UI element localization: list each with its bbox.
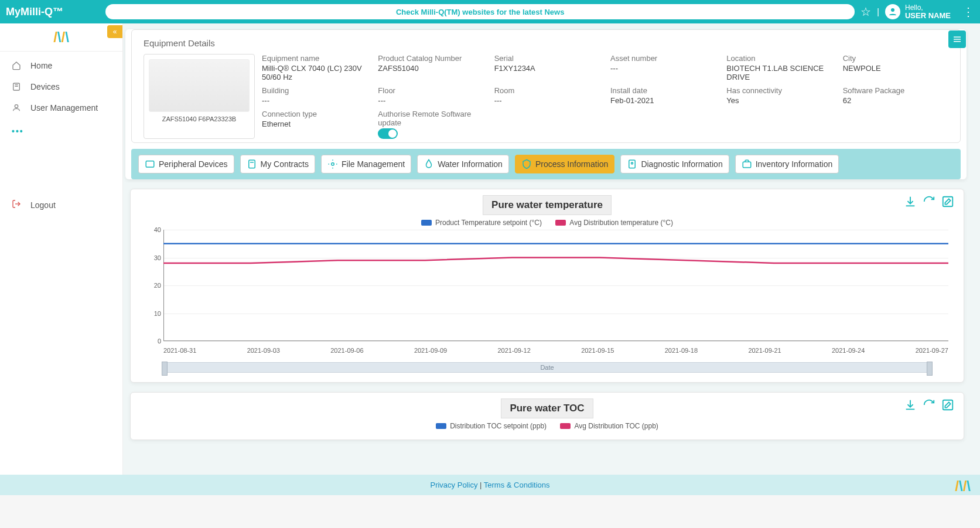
user-icon xyxy=(12,103,21,113)
svg-point-12 xyxy=(332,163,334,166)
field-catalog: Product Catalog NumberZAFS51040 xyxy=(378,54,483,81)
nav-devices[interactable]: Devices xyxy=(0,76,122,97)
equipment-card: Equipment Details ZAFS51040 F6PA23323B E… xyxy=(125,29,967,179)
tab-diagnostic-information[interactable]: Diagnostic Information xyxy=(620,155,729,173)
edit-icon[interactable] xyxy=(941,398,954,414)
footer-logo: /\/\ xyxy=(955,478,971,495)
download-icon[interactable] xyxy=(904,195,917,211)
chart-title: Pure water temperature xyxy=(483,195,612,215)
chart-legend: Distribution TOC setpoint (ppb) Avg Dist… xyxy=(140,422,954,431)
tab-process-information[interactable]: Process Information xyxy=(515,155,615,173)
field-equipment-name: Equipment nameMilli-Q® CLX 7040 (LC) 230… xyxy=(262,54,367,81)
nav-home[interactable]: Home xyxy=(0,55,122,76)
tab-inventory-information[interactable]: Inventory Information xyxy=(735,155,839,173)
svg-rect-15 xyxy=(743,162,751,168)
overflow-menu-icon[interactable]: ⋮ xyxy=(962,5,974,19)
logout-icon xyxy=(12,199,21,210)
hello-label: Hello, xyxy=(905,4,951,12)
tab-peripheral-devices[interactable]: Peripheral Devices xyxy=(138,155,234,173)
svg-point-14 xyxy=(631,162,633,164)
privacy-link[interactable]: Privacy Policy xyxy=(430,481,477,489)
field-location: LocationBIOTECH T1.LAB SCIENCE DRIVE xyxy=(726,54,832,81)
favorite-icon[interactable]: ☆ xyxy=(861,5,871,19)
separator: | xyxy=(877,7,879,16)
equipment-image-caption: ZAFS51040 F6PA23323B xyxy=(149,115,250,122)
devices-icon xyxy=(12,82,21,91)
nav-user-management[interactable]: User Management xyxy=(0,97,122,118)
sidebar-collapse-button[interactable]: « xyxy=(107,25,122,38)
field-conn-type: Connection typeEthernet xyxy=(262,110,367,139)
remote-update-toggle[interactable] xyxy=(378,128,398,139)
svg-point-4 xyxy=(15,105,18,108)
logout-label: Logout xyxy=(30,200,56,210)
field-install: Install dateFeb-01-2021 xyxy=(610,86,716,105)
legend-swatch-blue xyxy=(421,220,432,226)
nav-more-icon[interactable]: ••• xyxy=(0,118,122,144)
equipment-image: ZAFS51040 F6PA23323B xyxy=(144,54,255,139)
logo: /\/\ xyxy=(0,23,122,52)
legend-swatch-red xyxy=(560,423,571,429)
sidebar: « /\/\ Home Devices User Manageme xyxy=(0,23,123,475)
refresh-icon[interactable] xyxy=(923,398,935,414)
footer: Privacy Policy | Terms & Conditions /\/\ xyxy=(0,475,980,495)
main-content: Equipment Details ZAFS51040 F6PA23323B E… xyxy=(123,23,980,475)
svg-rect-9 xyxy=(146,161,154,168)
logout-button[interactable]: Logout xyxy=(0,193,122,216)
download-icon[interactable] xyxy=(904,398,917,414)
tab-bar: Peripheral Devices My Contracts File Man… xyxy=(131,149,961,179)
svg-rect-16 xyxy=(943,197,953,207)
equipment-card-title: Equipment Details xyxy=(144,38,948,48)
top-bar: MyMilli-Q™ Check Milli-Q(TM) websites fo… xyxy=(0,0,980,23)
field-connectivity: Has connectivityYes xyxy=(726,86,832,105)
field-room: Room--- xyxy=(494,86,600,105)
nav-label: Devices xyxy=(30,82,60,91)
username-label: USER NAME xyxy=(905,12,951,20)
nav-label: Home xyxy=(30,61,52,70)
refresh-icon[interactable] xyxy=(923,195,935,211)
tab-file-management[interactable]: File Management xyxy=(321,155,411,173)
chart-toc: Pure water TOC Distribution TOC setpoint… xyxy=(130,392,964,440)
field-remote-update: Authorise Remote Software update xyxy=(378,110,483,139)
chart-plot-area: 010203040 2021-08-312021-09-032021-09-06… xyxy=(163,230,948,359)
user-greeting: Hello, USER NAME xyxy=(905,4,951,20)
equipment-photo-placeholder xyxy=(149,59,250,112)
field-asset: Asset number--- xyxy=(610,54,716,81)
field-floor: Floor--- xyxy=(378,86,483,105)
chart-temperature: Pure water temperature Product Temperatu… xyxy=(130,189,964,383)
date-range-slider[interactable]: Date xyxy=(163,362,931,373)
tab-my-contracts[interactable]: My Contracts xyxy=(240,155,315,173)
legend-swatch-blue xyxy=(436,423,446,429)
app-brand: MyMilli-Q™ xyxy=(6,6,105,18)
svg-rect-10 xyxy=(248,160,255,168)
terms-link[interactable]: Terms & Conditions xyxy=(484,481,550,489)
chart-legend: Product Temperature setpoint (°C) Avg Di… xyxy=(140,219,954,227)
legend-swatch-red xyxy=(555,220,566,226)
hamburger-menu-button[interactable] xyxy=(948,30,966,48)
tab-water-information[interactable]: Water Information xyxy=(417,155,509,173)
nav: Home Devices User Management ••• xyxy=(0,52,122,148)
home-icon xyxy=(12,61,21,70)
nav-label: User Management xyxy=(30,103,98,113)
svg-rect-17 xyxy=(943,400,953,410)
edit-icon[interactable] xyxy=(941,195,954,211)
user-avatar-icon[interactable] xyxy=(885,4,900,19)
field-software: Software Package62 xyxy=(843,86,948,105)
news-banner[interactable]: Check Milli-Q(TM) websites for the lates… xyxy=(105,4,855,19)
svg-point-0 xyxy=(891,8,894,12)
chart-title: Pure water TOC xyxy=(501,398,593,418)
field-building: Building--- xyxy=(262,86,367,105)
field-serial: SerialF1XY1234A xyxy=(494,54,600,81)
field-city: CityNEWPOLE xyxy=(843,54,948,81)
